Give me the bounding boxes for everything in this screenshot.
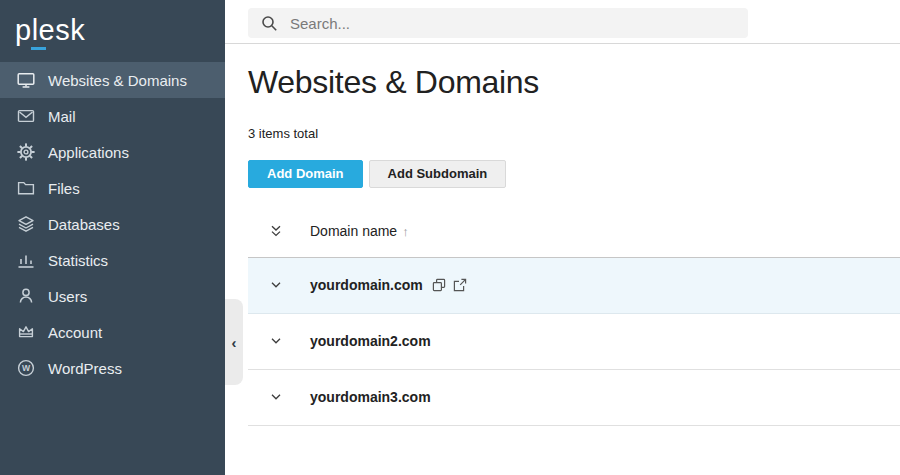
sidebar: plesk Websites & Domains Mail [0, 0, 225, 475]
add-subdomain-button[interactable]: Add Subdomain [369, 160, 507, 188]
search-box[interactable] [248, 8, 748, 38]
search-icon [261, 15, 278, 32]
double-chevron-down-icon [269, 224, 283, 238]
sidebar-item-label: Websites & Domains [48, 72, 187, 89]
column-header-domain-name[interactable]: Domain name [310, 223, 397, 239]
domain-link[interactable]: yourdomain2.com [310, 333, 431, 349]
sidebar-item-label: Databases [48, 216, 120, 233]
row-expand-button[interactable] [248, 390, 310, 404]
plesk-logo-dash [31, 47, 46, 50]
envelope-icon [16, 107, 35, 126]
content: Websites & Domains 3 items total Add Dom… [225, 44, 900, 426]
table-row[interactable]: yourdomain.com [248, 258, 900, 314]
sidebar-item-databases[interactable]: Databases [0, 206, 225, 242]
sidebar-item-label: Mail [48, 108, 76, 125]
domains-table: Domain name ↑ yourdomain.com [248, 206, 900, 426]
sidebar-item-websites-domains[interactable]: Websites & Domains [0, 62, 225, 98]
main-area: Websites & Domains 3 items total Add Dom… [225, 0, 900, 475]
sidebar-item-users[interactable]: Users [0, 278, 225, 314]
domain-link[interactable]: yourdomain.com [310, 277, 423, 293]
gear-icon [16, 143, 35, 162]
folder-icon [16, 179, 35, 198]
plesk-logo-text: plesk [15, 14, 85, 46]
domain-link[interactable]: yourdomain3.com [310, 389, 431, 405]
page-title: Websites & Domains [248, 62, 900, 104]
sidebar-item-account[interactable]: Account [0, 314, 225, 350]
sidebar-menu: Websites & Domains Mail [0, 62, 225, 386]
sidebar-item-label: Files [48, 180, 80, 197]
row-expand-button[interactable] [248, 334, 310, 348]
wordpress-icon: W [16, 359, 35, 378]
bar-chart-icon [16, 251, 35, 270]
layers-icon [16, 215, 35, 234]
sidebar-item-label: Users [48, 288, 87, 305]
sidebar-item-statistics[interactable]: Statistics [0, 242, 225, 278]
topbar [225, 0, 900, 44]
sidebar-item-label: WordPress [48, 360, 122, 377]
plesk-logo[interactable]: plesk [0, 0, 225, 62]
table-header-row: Domain name ↑ [248, 206, 900, 258]
sidebar-item-wordpress[interactable]: W WordPress [0, 350, 225, 386]
sidebar-item-applications[interactable]: Applications [0, 134, 225, 170]
crown-icon [16, 323, 35, 342]
sidebar-item-label: Statistics [48, 252, 108, 269]
monitor-icon [16, 71, 35, 90]
expand-all-button[interactable] [248, 224, 310, 238]
row-action-icons [432, 278, 467, 292]
table-row[interactable]: yourdomain3.com [248, 370, 900, 426]
svg-text:W: W [21, 363, 30, 373]
chevron-down-icon [269, 334, 283, 348]
copy-icon[interactable] [432, 278, 446, 292]
sidebar-item-mail[interactable]: Mail [0, 98, 225, 134]
sidebar-item-files[interactable]: Files [0, 170, 225, 206]
sidebar-item-label: Account [48, 324, 102, 341]
user-icon [16, 287, 35, 306]
row-expand-button[interactable] [248, 278, 310, 292]
chevron-down-icon [269, 390, 283, 404]
search-input[interactable] [290, 15, 738, 32]
sidebar-collapse-button[interactable]: ‹ [225, 299, 243, 385]
sidebar-item-label: Applications [48, 144, 129, 161]
chevron-left-icon: ‹ [232, 335, 237, 350]
chevron-down-icon [269, 278, 283, 292]
action-buttons: Add Domain Add Subdomain [248, 160, 900, 188]
add-domain-button[interactable]: Add Domain [248, 160, 363, 188]
items-total-text: 3 items total [248, 126, 900, 141]
open-in-new-icon[interactable] [453, 278, 467, 292]
table-row[interactable]: yourdomain2.com [248, 314, 900, 370]
sort-ascending-icon: ↑ [402, 224, 409, 239]
